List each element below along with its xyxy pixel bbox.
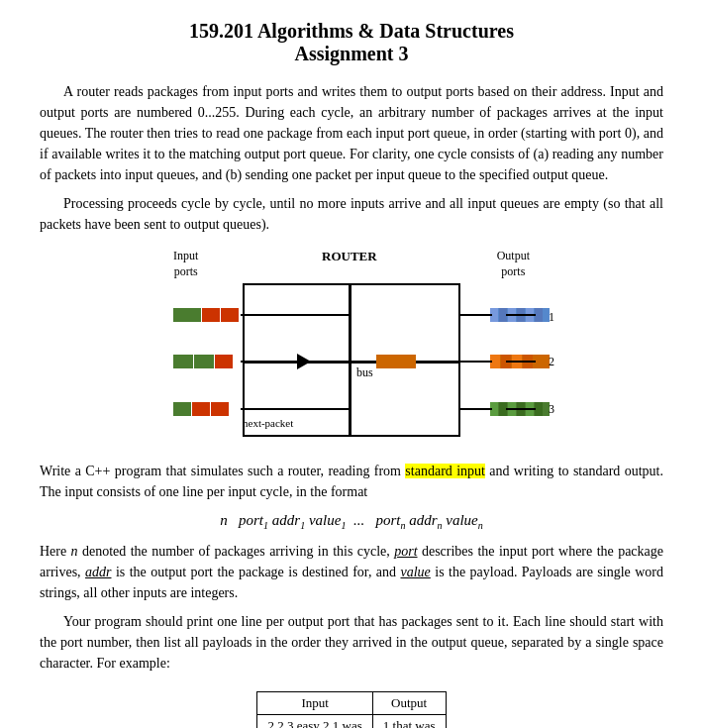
green-packet — [173, 308, 201, 322]
input-ports-label: Input ports — [173, 249, 198, 279]
next-packet-label: next-packet — [243, 417, 293, 429]
green-packet-2b — [194, 355, 214, 368]
standard-input-highlight: standard input — [405, 464, 485, 478]
paragraph-3: Write a C++ program that simulates such … — [40, 461, 663, 502]
title-block: 159.201 Algorithms & Data Structures Ass… — [40, 20, 663, 65]
diagram-inner: Input ports ROUTER Output ports bus — [144, 249, 559, 447]
port-label-2: 2 — [549, 355, 554, 369]
red-packet — [202, 308, 220, 322]
wire-out-2 — [460, 361, 492, 363]
red-packet-2c — [215, 355, 233, 368]
red-3c — [211, 402, 229, 416]
wire-out-1 — [460, 314, 492, 316]
input-row-1 — [173, 308, 241, 322]
router-diagram: Input ports ROUTER Output ports bus — [40, 249, 663, 447]
out-line-2 — [506, 361, 536, 363]
out-line-1 — [506, 314, 536, 316]
wire-row-2 — [241, 361, 350, 363]
paragraph-4: Here n denoted the number of packages ar… — [40, 541, 663, 603]
green-packet-2a — [173, 355, 193, 368]
arrow-bus — [297, 354, 311, 369]
table-row: 2 2 3 easy 2 1 was 1 that was — [257, 715, 446, 729]
router-label: ROUTER — [322, 249, 377, 264]
bus-label: bus — [356, 365, 373, 380]
port-label-1: 1 — [549, 310, 554, 325]
wire-out-3 — [460, 408, 492, 410]
wire-row-1 — [241, 314, 350, 316]
table-col2-header: Output — [372, 692, 446, 715]
red-packet2 — [221, 308, 239, 322]
table-cell-input-1: 2 2 3 easy 2 1 was — [257, 715, 372, 729]
input-row-3 — [173, 402, 241, 416]
paragraph-2: Processing proceeds cycle by cycle, unti… — [40, 193, 663, 235]
orange-packet-bus — [376, 355, 416, 368]
red-3b — [192, 402, 210, 416]
value-term: value — [401, 565, 431, 579]
course-title: 159.201 Algorithms & Data Structures — [40, 20, 663, 43]
table-col1-header: Input — [257, 692, 372, 715]
wire-row-3 — [241, 408, 350, 410]
port-label-3: 3 — [549, 402, 554, 417]
port-term: port — [394, 544, 417, 559]
paragraph-5: Your program should print one line per o… — [40, 611, 663, 674]
assignment-title: Assignment 3 — [40, 43, 663, 65]
out-line-3 — [506, 408, 536, 410]
where-package-text: where the package — [558, 544, 663, 559]
addr-term: addr — [85, 565, 111, 579]
formula-line: n port1 addr1 value1 ... portn addrn val… — [40, 512, 663, 531]
paragraph-1: A router reads packages from input ports… — [40, 81, 663, 185]
example-table: Input Output 2 2 3 easy 2 1 was 1 that w… — [256, 691, 446, 728]
input-row-2 — [173, 355, 241, 368]
table-cell-output-1: 1 that was — [372, 715, 446, 729]
output-ports-label: Output ports — [497, 249, 530, 279]
green-3a — [173, 402, 191, 416]
example-table-container: Input Output 2 2 3 easy 2 1 was 1 that w… — [40, 681, 663, 728]
reading-word: reading — [328, 464, 369, 478]
